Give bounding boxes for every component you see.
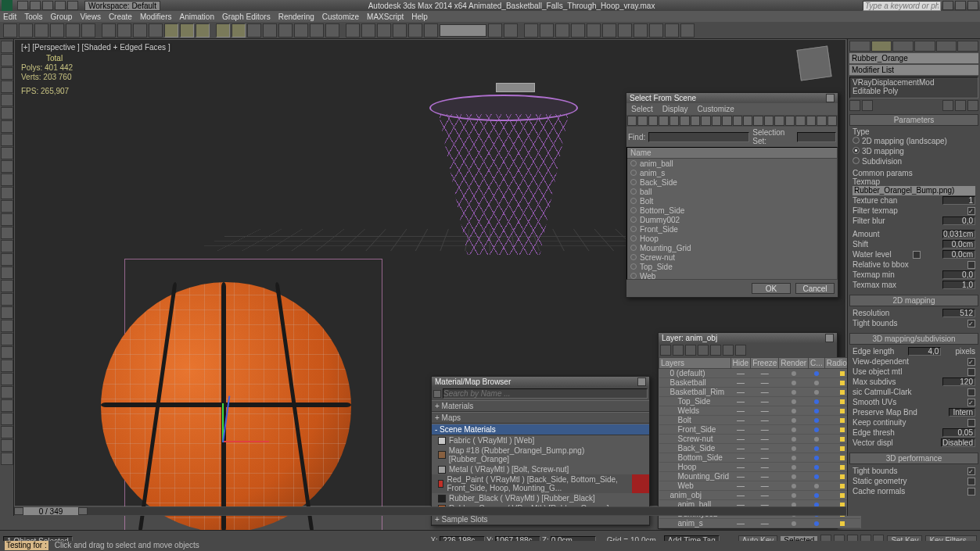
toolbar-button[interactable] xyxy=(19,23,33,38)
visibility-icon[interactable] xyxy=(630,263,637,270)
layer-row[interactable]: Front_Side—— xyxy=(659,425,861,435)
toolbar-button[interactable] xyxy=(571,23,585,38)
section-materials[interactable]: + Materials xyxy=(432,400,649,412)
layer-col-header[interactable]: Layers xyxy=(659,358,731,369)
layer-tool-icon[interactable] xyxy=(673,345,684,356)
rollout-parameters[interactable]: Parameters xyxy=(849,114,978,126)
menu-rendering[interactable]: Rendering xyxy=(278,13,314,21)
scene-item[interactable]: Front_Side xyxy=(627,224,837,234)
scene-item[interactable]: Bolt xyxy=(627,196,837,206)
qat-save-icon[interactable] xyxy=(42,1,53,10)
layer-tool-icon[interactable] xyxy=(710,345,721,356)
radio-subdivision[interactable] xyxy=(853,157,860,164)
left-tool-button[interactable] xyxy=(1,187,13,199)
create-selection-set-dropdown[interactable] xyxy=(440,24,486,37)
amount-field[interactable] xyxy=(942,230,975,238)
scene-item[interactable]: Top_Side xyxy=(627,262,837,271)
left-tool-button[interactable] xyxy=(1,386,13,399)
object-name-field[interactable]: Rubber_Orange xyxy=(849,53,978,63)
find-input[interactable] xyxy=(648,132,749,142)
layer-row[interactable]: 0 (default)—— xyxy=(659,369,861,378)
toolbar-button[interactable] xyxy=(361,23,375,38)
toolbar-button[interactable] xyxy=(377,23,391,38)
toolbar-button[interactable] xyxy=(117,23,131,38)
left-tool-button[interactable] xyxy=(1,120,13,133)
close-icon[interactable] xyxy=(825,334,834,342)
filter-texmap-checkbox[interactable] xyxy=(967,207,975,215)
visibility-icon[interactable] xyxy=(630,254,637,260)
left-tool-button[interactable] xyxy=(1,293,13,306)
sfs-filter-icon[interactable] xyxy=(733,116,742,126)
workspace-dropdown[interactable]: Workspace: Default xyxy=(84,1,160,11)
toolbar-button[interactable] xyxy=(102,23,116,38)
scene-item[interactable]: Back_Side xyxy=(627,177,837,187)
toolbar-button[interactable] xyxy=(649,23,663,38)
toolbar-button[interactable] xyxy=(180,23,194,38)
toolbar-button[interactable] xyxy=(263,23,277,38)
frame-indicator[interactable]: 0 / 349 xyxy=(23,507,78,515)
scene-item[interactable]: anim_s xyxy=(627,168,837,177)
show-end-icon[interactable] xyxy=(862,100,873,111)
layer-col-header[interactable]: Freeze xyxy=(751,358,779,369)
sfs-filter-icon[interactable] xyxy=(753,116,763,126)
scene-item[interactable]: anim_ball xyxy=(627,159,837,168)
left-tool-button[interactable] xyxy=(1,200,13,213)
left-tool-button[interactable] xyxy=(1,399,13,412)
sfs-filter-icon[interactable] xyxy=(764,116,774,126)
left-tool-button[interactable] xyxy=(1,320,13,332)
toolbar-button[interactable] xyxy=(34,23,48,38)
toolbar-button[interactable] xyxy=(149,23,163,38)
pin-icon[interactable] xyxy=(849,100,860,111)
texture-channel-field[interactable] xyxy=(942,196,975,205)
toolbar-button[interactable] xyxy=(3,23,17,38)
material-item[interactable]: Map #18 (Rubber_Orangel_Bump.png) [Rubbe… xyxy=(432,445,649,464)
left-tool-button[interactable] xyxy=(1,147,13,159)
texmap-button[interactable]: Rubber_Orangel_Bump.png) xyxy=(853,186,975,195)
visibility-icon[interactable] xyxy=(630,170,637,176)
layer-table[interactable]: LayersHideFreezeRenderC...Radiosity 0 (d… xyxy=(659,357,861,528)
visibility-icon[interactable] xyxy=(630,160,637,166)
layer-row[interactable]: Mounting_Grid—— xyxy=(659,472,861,481)
sfs-title[interactable]: Select From Scene xyxy=(626,93,838,103)
layer-row[interactable]: Bottom_Side—— xyxy=(659,453,861,463)
sfs-filter-icon[interactable] xyxy=(712,116,721,126)
sfs-filter-icon[interactable] xyxy=(648,116,658,126)
stack-item[interactable]: VRayDisplacementMod xyxy=(853,78,975,87)
layer-tool-icon[interactable] xyxy=(660,345,671,356)
name-column-header[interactable]: Name xyxy=(627,148,837,159)
dropdown-icon[interactable] xyxy=(433,390,441,398)
close-icon[interactable] xyxy=(826,94,835,102)
time-slider[interactable]: 0 / 349 xyxy=(14,506,846,516)
sfs-filter-icon[interactable] xyxy=(806,116,816,126)
ok-button[interactable]: OK xyxy=(752,283,791,294)
tight-bounds-checkbox[interactable] xyxy=(967,320,975,327)
keep-continuity-checkbox[interactable] xyxy=(967,419,975,427)
left-tool-button[interactable] xyxy=(1,213,13,226)
toolbar-button[interactable] xyxy=(325,23,339,38)
water-level-field[interactable] xyxy=(942,250,975,259)
visibility-icon[interactable] xyxy=(630,188,637,195)
tab-motion-icon[interactable] xyxy=(914,41,935,52)
qat-redo-icon[interactable] xyxy=(67,1,78,10)
layer-row[interactable]: Basketball_Rim—— xyxy=(659,388,861,397)
left-tool-button[interactable] xyxy=(1,41,13,53)
cancel-button[interactable]: Cancel xyxy=(795,283,835,294)
layer-col-header[interactable]: Hide xyxy=(731,358,751,369)
menu-tools[interactable]: Tools xyxy=(24,13,42,21)
toolbar-button[interactable] xyxy=(555,23,569,38)
toolbar-button[interactable] xyxy=(424,23,438,38)
section-maps[interactable]: + Maps xyxy=(432,412,649,424)
left-tool-button[interactable] xyxy=(1,107,13,120)
sfs-menu-display[interactable]: Display xyxy=(662,105,688,113)
stack-item[interactable]: Editable Poly xyxy=(853,87,975,95)
toolbar-button[interactable] xyxy=(164,23,178,38)
layer-row[interactable]: Basketball—— xyxy=(659,378,861,388)
radio-3d-mapping[interactable] xyxy=(853,147,860,154)
left-tool-button[interactable] xyxy=(1,240,13,252)
left-tool-button[interactable] xyxy=(1,413,13,425)
left-tool-button[interactable] xyxy=(1,333,13,345)
left-tool-button[interactable] xyxy=(1,253,13,266)
left-tool-button[interactable] xyxy=(1,426,13,438)
toolbar-button[interactable] xyxy=(665,23,679,38)
radio-2d-mapping[interactable] xyxy=(853,137,860,144)
